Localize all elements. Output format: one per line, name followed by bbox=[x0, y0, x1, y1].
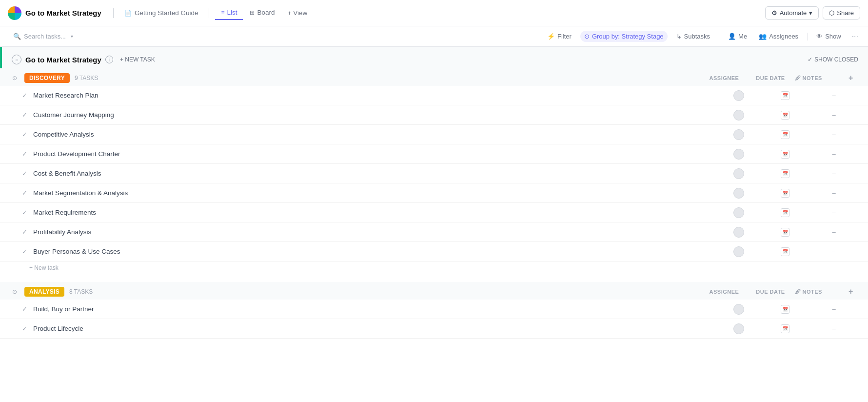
nav-divider-2 bbox=[209, 8, 209, 18]
project-new-task-button[interactable]: + NEW TASK bbox=[117, 55, 158, 64]
tab-list[interactable]: ≡ List bbox=[215, 6, 243, 20]
task-duedate: 📅 bbox=[761, 324, 809, 333]
show-closed-button[interactable]: ✓ SHOW CLOSED bbox=[808, 56, 858, 63]
task-name[interactable]: Customer Journey Mapping bbox=[33, 111, 717, 119]
subtasks-label: Subtasks bbox=[684, 33, 710, 40]
share-icon: ⬡ bbox=[829, 9, 834, 17]
task-row: ✓ Profitability Analysis 📅 – bbox=[0, 222, 868, 242]
me-icon: 👤 bbox=[728, 33, 736, 40]
col-add-button[interactable]: + bbox=[844, 74, 858, 82]
calendar-icon[interactable]: 📅 bbox=[781, 130, 789, 139]
calendar-icon[interactable]: 📅 bbox=[781, 150, 789, 159]
task-duedate: 📅 bbox=[761, 247, 809, 256]
notes-pen-icon-2: 🖊 bbox=[795, 288, 801, 295]
calendar-icon[interactable]: 📅 bbox=[781, 189, 789, 198]
show-button[interactable]: 👁 Show bbox=[813, 31, 844, 41]
share-button[interactable]: ⬡ Share bbox=[823, 6, 860, 20]
task-name[interactable]: Market Research Plan bbox=[33, 92, 717, 99]
group-discovery-collapse[interactable]: ⊙ bbox=[10, 73, 20, 83]
task-row: ✓ Product Lifecycle 📅 – bbox=[0, 319, 868, 339]
new-task-button-discovery[interactable]: + New task bbox=[0, 261, 868, 274]
calendar-icon[interactable]: 📅 bbox=[781, 228, 789, 237]
search-dropdown-arrow: ▾ bbox=[71, 34, 73, 39]
task-name[interactable]: Product Development Charter bbox=[33, 150, 717, 158]
project-header: ○ Go to Market Strategy i + NEW TASK ✓ S… bbox=[0, 47, 868, 68]
subtasks-button[interactable]: ↳ Subtasks bbox=[673, 31, 713, 41]
app-logo bbox=[8, 6, 21, 20]
filter-button[interactable]: ⚡ Filter bbox=[544, 31, 574, 41]
assignee-avatar[interactable] bbox=[733, 207, 744, 218]
assignee-avatar[interactable] bbox=[733, 188, 744, 199]
project-info-icon[interactable]: i bbox=[105, 56, 113, 63]
assignees-button[interactable]: 👥 Assignees bbox=[756, 31, 801, 41]
task-row: ✓ Market Requirements 📅 – bbox=[0, 203, 868, 222]
show-icon: 👁 bbox=[816, 33, 823, 40]
assignee-avatar[interactable] bbox=[733, 110, 744, 121]
assignee-avatar[interactable] bbox=[733, 168, 744, 179]
calendar-icon[interactable]: 📅 bbox=[781, 91, 789, 100]
task-name[interactable]: Market Segmentation & Analysis bbox=[33, 189, 717, 197]
checkmark-icon: ✓ bbox=[808, 56, 812, 63]
me-button[interactable]: 👤 Me bbox=[725, 31, 750, 41]
nav-divider bbox=[113, 8, 114, 18]
task-name[interactable]: Profitability Analysis bbox=[33, 228, 717, 236]
task-duedate: 📅 bbox=[761, 305, 809, 314]
board-tab-icon: ⊞ bbox=[250, 9, 255, 16]
task-name[interactable]: Buyer Personas & Use Cases bbox=[33, 248, 717, 255]
automate-icon: ⚙ bbox=[771, 9, 777, 17]
task-check-icon: ✓ bbox=[20, 305, 29, 313]
task-name[interactable]: Product Lifecycle bbox=[33, 325, 717, 332]
task-duedate: 📅 bbox=[761, 130, 809, 139]
col-header-notes-analysis: 🖊 NOTES bbox=[795, 288, 844, 295]
tab-board[interactable]: ⊞ Board bbox=[244, 6, 280, 20]
search-box[interactable]: 🔍 Search tasks... ▾ bbox=[8, 30, 86, 42]
filter-label: Filter bbox=[557, 33, 572, 40]
project-title: Go to Market Strategy bbox=[25, 56, 101, 64]
task-duedate: 📅 bbox=[761, 208, 809, 217]
task-name[interactable]: Cost & Benefit Analysis bbox=[33, 170, 717, 177]
task-row: ✓ Buyer Personas & Use Cases 📅 – bbox=[0, 242, 868, 261]
calendar-icon[interactable]: 📅 bbox=[781, 169, 789, 178]
task-name[interactable]: Competitive Analysis bbox=[33, 131, 717, 138]
calendar-icon[interactable]: 📅 bbox=[781, 247, 789, 256]
assignee-avatar[interactable] bbox=[733, 129, 744, 140]
group-discovery-badge: DISCOVERY bbox=[24, 73, 70, 83]
task-check-icon: ✓ bbox=[20, 92, 29, 99]
task-assignee bbox=[717, 110, 761, 121]
group-by-button[interactable]: ⊙ Group by: Strategy Stage bbox=[580, 31, 668, 42]
guide-tab[interactable]: 📄 Getting Started Guide bbox=[119, 7, 203, 19]
add-view-button[interactable]: + View bbox=[282, 6, 314, 20]
task-name[interactable]: Market Requirements bbox=[33, 209, 717, 216]
task-assignee bbox=[717, 149, 761, 160]
assignees-label: Assignees bbox=[769, 33, 798, 40]
guide-icon: 📄 bbox=[124, 10, 132, 17]
task-row: ✓ Cost & Benefit Analysis 📅 – bbox=[0, 164, 868, 183]
assignee-avatar[interactable] bbox=[733, 227, 744, 238]
project-collapse-button[interactable]: ○ bbox=[12, 55, 21, 64]
task-notes: – bbox=[809, 325, 858, 332]
group-analysis-collapse[interactable]: ⊙ bbox=[10, 287, 20, 297]
col-add-button-analysis[interactable]: + bbox=[844, 287, 858, 296]
calendar-icon[interactable]: 📅 bbox=[781, 208, 789, 217]
toolbar: 🔍 Search tasks... ▾ ⚡ Filter ⊙ Group by:… bbox=[0, 26, 868, 47]
guide-tab-label: Getting Started Guide bbox=[135, 9, 198, 17]
calendar-icon[interactable]: 📅 bbox=[781, 324, 789, 333]
calendar-icon[interactable]: 📅 bbox=[781, 305, 789, 314]
assignee-avatar[interactable] bbox=[733, 323, 744, 334]
task-notes: – bbox=[809, 305, 858, 313]
automate-button[interactable]: ⚙ Automate ▾ bbox=[765, 6, 819, 20]
group-analysis-badge: ANALYSIS bbox=[24, 287, 64, 297]
assignee-avatar[interactable] bbox=[733, 246, 744, 257]
group-discovery-col-headers: ASSIGNEE DUE DATE 🖊 NOTES + bbox=[702, 74, 858, 82]
more-options-button[interactable]: ··· bbox=[850, 31, 860, 42]
task-duedate: 📅 bbox=[761, 228, 809, 237]
task-name[interactable]: Build, Buy or Partner bbox=[33, 305, 717, 313]
task-duedate: 📅 bbox=[761, 189, 809, 198]
assignees-icon: 👥 bbox=[759, 33, 767, 40]
assignee-avatar[interactable] bbox=[733, 149, 744, 160]
task-notes: – bbox=[809, 248, 858, 255]
assignee-avatar[interactable] bbox=[733, 304, 744, 315]
calendar-icon[interactable]: 📅 bbox=[781, 111, 789, 120]
automate-arrow: ▾ bbox=[809, 9, 812, 17]
assignee-avatar[interactable] bbox=[733, 90, 744, 101]
